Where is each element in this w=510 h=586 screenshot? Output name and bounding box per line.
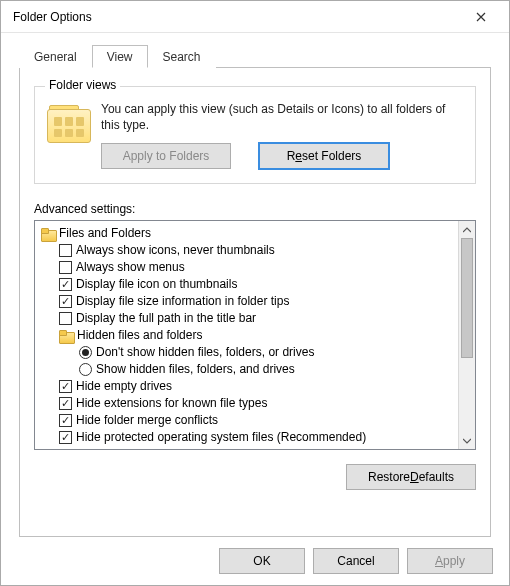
close-icon	[476, 12, 486, 22]
folder-options-window: Folder Options General View Search Folde…	[0, 0, 510, 586]
folder-icon	[59, 330, 73, 342]
ok-button[interactable]: OK	[219, 548, 305, 574]
option-label: Files and Folders	[59, 225, 151, 242]
node-files-and-folders: Files and Folders	[39, 225, 456, 242]
checkbox-icon[interactable]: ✓	[59, 380, 72, 393]
option-label: Display file size information in folder …	[76, 293, 289, 310]
titlebar: Folder Options	[1, 1, 509, 33]
close-button[interactable]	[461, 3, 501, 31]
opt-always-menus[interactable]: Always show menus	[39, 259, 456, 276]
opt-show-hidden[interactable]: Show hidden files, folders, and drives	[39, 361, 456, 378]
apply-button: Apply	[407, 548, 493, 574]
advanced-settings-label: Advanced settings:	[34, 202, 476, 216]
checkbox-icon[interactable]: ✓	[59, 414, 72, 427]
advanced-settings-box: Files and FoldersAlways show icons, neve…	[34, 220, 476, 450]
option-label: Display file icon on thumbnails	[76, 276, 237, 293]
checkbox-icon[interactable]	[59, 244, 72, 257]
option-label: Show hidden files, folders, and drives	[96, 361, 295, 378]
cancel-button[interactable]: Cancel	[313, 548, 399, 574]
opt-hide-protected-os[interactable]: ✓Hide protected operating system files (…	[39, 429, 456, 446]
opt-file-size-tips[interactable]: ✓Display file size information in folder…	[39, 293, 456, 310]
restore-defaults-button[interactable]: Restore Defaults	[346, 464, 476, 490]
option-label: Hide protected operating system files (R…	[76, 429, 366, 446]
chevron-down-icon	[463, 438, 471, 444]
option-label: Always show menus	[76, 259, 185, 276]
option-label: Hide extensions for known file types	[76, 395, 267, 412]
opt-always-icons[interactable]: Always show icons, never thumbnails	[39, 242, 456, 259]
scroll-down-button[interactable]	[459, 432, 475, 449]
opt-hide-empty-drives[interactable]: ✓Hide empty drives	[39, 378, 456, 395]
tab-general[interactable]: General	[19, 45, 92, 68]
dialog-footer: OK Cancel Apply	[1, 537, 509, 585]
advanced-settings-tree[interactable]: Files and FoldersAlways show icons, neve…	[35, 221, 458, 449]
checkbox-icon[interactable]: ✓	[59, 295, 72, 308]
option-label: Hide empty drives	[76, 378, 172, 395]
node-hidden-files: Hidden files and folders	[39, 327, 456, 344]
tab-panel-view: Folder views You can apply this view (su…	[19, 67, 491, 537]
window-title: Folder Options	[13, 10, 461, 24]
checkbox-icon[interactable]: ✓	[59, 397, 72, 410]
radio-icon[interactable]	[79, 346, 92, 359]
scroll-up-button[interactable]	[459, 221, 475, 238]
opt-dont-show-hidden[interactable]: Don't show hidden files, folders, or dri…	[39, 344, 456, 361]
opt-hide-merge-conflicts[interactable]: ✓Hide folder merge conflicts	[39, 412, 456, 429]
radio-icon[interactable]	[79, 363, 92, 376]
tab-strip: General View Search	[19, 43, 491, 67]
scroll-track[interactable]	[459, 238, 475, 432]
opt-full-path-title[interactable]: Display the full path in the title bar	[39, 310, 456, 327]
option-label: Hide folder merge conflicts	[76, 412, 218, 429]
folder-views-legend: Folder views	[45, 78, 120, 92]
scroll-thumb[interactable]	[461, 238, 473, 358]
folder-icon	[41, 228, 55, 240]
client-area: General View Search Folder views You can…	[1, 33, 509, 537]
option-label: Don't show hidden files, folders, or dri…	[96, 344, 314, 361]
option-label: Always show icons, never thumbnails	[76, 242, 275, 259]
reset-folders-button[interactable]: Reset Folders	[259, 143, 389, 169]
tab-view[interactable]: View	[92, 45, 148, 68]
option-label: Hidden files and folders	[77, 327, 202, 344]
checkbox-icon[interactable]	[59, 312, 72, 325]
folder-views-text: You can apply this view (such as Details…	[101, 101, 463, 133]
folder-views-group: Folder views You can apply this view (su…	[34, 86, 476, 184]
tab-search[interactable]: Search	[148, 45, 216, 68]
checkbox-icon[interactable]	[59, 261, 72, 274]
opt-hide-extensions[interactable]: ✓Hide extensions for known file types	[39, 395, 456, 412]
folder-views-icon	[47, 103, 91, 143]
checkbox-icon[interactable]: ✓	[59, 431, 72, 444]
option-label: Display the full path in the title bar	[76, 310, 256, 327]
chevron-up-icon	[463, 227, 471, 233]
opt-icon-on-thumb[interactable]: ✓Display file icon on thumbnails	[39, 276, 456, 293]
checkbox-icon[interactable]: ✓	[59, 278, 72, 291]
scrollbar-vertical[interactable]	[458, 221, 475, 449]
apply-to-folders-button: Apply to Folders	[101, 143, 231, 169]
